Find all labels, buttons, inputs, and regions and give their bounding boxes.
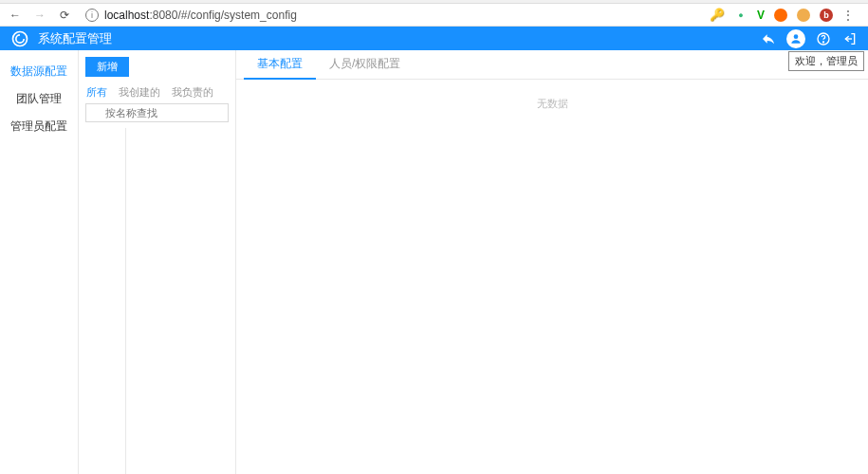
filter-created[interactable]: 我创建的: [119, 85, 160, 100]
help-icon[interactable]: [815, 30, 832, 47]
sidebar-item-team[interactable]: 团队管理: [0, 85, 78, 113]
midpane: 新增 所有 我创建的 我负责的 🔍: [79, 50, 236, 474]
site-info-icon[interactable]: i: [85, 9, 99, 22]
ext-icon-4[interactable]: [797, 9, 810, 22]
reply-icon[interactable]: [760, 30, 777, 47]
filter-owned[interactable]: 我负责的: [172, 85, 213, 100]
app-header: 系统配置管理 欢迎，管理员: [0, 27, 868, 50]
profile-avatar-icon[interactable]: b: [820, 9, 833, 22]
app-title: 系统配置管理: [38, 30, 112, 47]
svg-point-0: [13, 31, 28, 46]
app-logo-icon: [9, 28, 30, 49]
content-area: 基本配置 人员/权限配置 无数据: [236, 50, 868, 474]
midpane-list: [79, 128, 235, 474]
forward-icon[interactable]: →: [32, 9, 47, 22]
url-text: localhost:8080/#/config/system_config: [104, 9, 297, 22]
ext-icon-1[interactable]: ●: [734, 9, 748, 22]
welcome-tooltip: 欢迎，管理员: [788, 51, 864, 71]
url-bar[interactable]: i localhost:8080/#/config/system_config: [82, 9, 700, 22]
tab-permission-config[interactable]: 人员/权限配置: [316, 50, 414, 79]
tab-basic-config[interactable]: 基本配置: [244, 50, 316, 80]
tabs: 基本配置 人员/权限配置: [236, 50, 868, 80]
sidebar-item-admin[interactable]: 管理员配置: [0, 113, 78, 140]
reload-icon[interactable]: ⟳: [57, 9, 72, 22]
user-avatar-icon[interactable]: [786, 29, 805, 48]
add-button[interactable]: 新增: [85, 57, 129, 77]
kebab-menu-icon[interactable]: ⋮: [842, 9, 853, 22]
password-key-icon[interactable]: 🔑: [710, 8, 725, 22]
browser-navbar: ← → ⟳ i localhost:8080/#/config/system_c…: [0, 4, 868, 27]
search-input[interactable]: [85, 103, 229, 122]
empty-state: 无数据: [236, 97, 868, 111]
sidebar: 数据源配置 团队管理 管理员配置: [0, 50, 79, 474]
ext-icon-3[interactable]: [774, 9, 787, 22]
ext-icon-vue[interactable]: V: [757, 9, 765, 22]
sidebar-item-datasource[interactable]: 数据源配置: [0, 58, 78, 85]
svg-point-3: [822, 41, 823, 42]
app-body: 数据源配置 团队管理 管理员配置 新增 所有 我创建的 我负责的 🔍 基本配置 …: [0, 50, 868, 474]
filter-row: 所有 我创建的 我负责的: [79, 83, 235, 103]
extension-icons: 🔑 ● V b ⋮: [710, 8, 860, 22]
filter-all[interactable]: 所有: [86, 85, 107, 100]
logout-icon[interactable]: [841, 30, 859, 47]
svg-point-1: [794, 34, 799, 39]
back-icon[interactable]: ←: [8, 9, 23, 22]
